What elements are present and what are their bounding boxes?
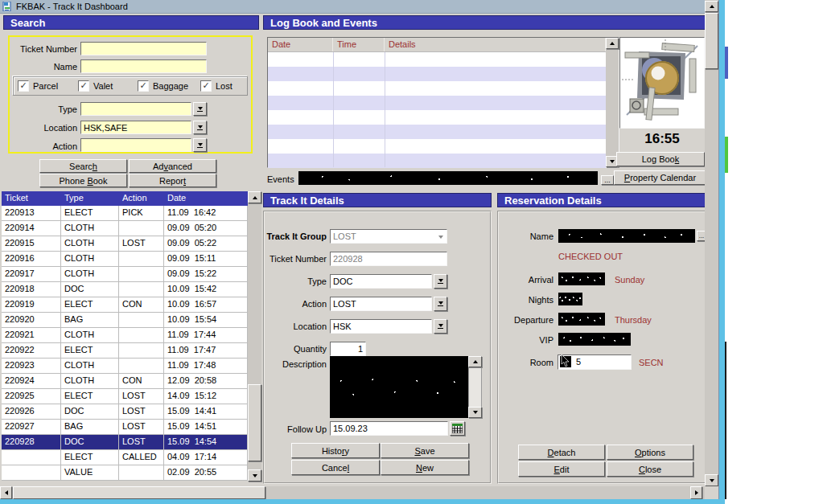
phone-book-button[interactable]: Phone Book: [39, 174, 127, 187]
trackit-type-input[interactable]: [330, 274, 432, 289]
dropdown-arrow-icon: [198, 125, 203, 129]
arrow-left-icon: [5, 490, 8, 495]
ticket-row[interactable]: 220920BAG10.09 15:54: [2, 313, 248, 328]
title-bar[interactable]: FKBAK - Track It Dashboard: [0, 0, 705, 14]
edit-button[interactable]: Edit: [518, 461, 605, 477]
search-panel-title: Search: [10, 17, 45, 29]
trackit-panel-header: Track It Details: [263, 193, 492, 207]
ticket-row[interactable]: 220926DOCLOST15.09 14:41: [2, 404, 248, 420]
ticket-row[interactable]: 220922ELECT11.09 17:47: [2, 343, 248, 359]
close-button[interactable]: Close: [607, 461, 693, 477]
checkbox-lost[interactable]: ✓ Lost: [200, 80, 232, 92]
trackit-location-dropdown-button[interactable]: [434, 319, 447, 334]
window-scroll-right-button[interactable]: [690, 486, 702, 499]
trackit-type-label: Type: [241, 277, 327, 286]
type-input[interactable]: [80, 102, 191, 116]
trackit-action-input[interactable]: [330, 297, 432, 311]
ticket-row[interactable]: 220921CLOTH11.09 17:44: [2, 328, 248, 343]
trackit-group-label: Track It Group: [241, 232, 327, 241]
events-more-button[interactable]: ...: [601, 175, 614, 185]
checkbox-parcel[interactable]: ✓ Parcel: [18, 80, 58, 92]
log-row: [268, 96, 606, 110]
report-button[interactable]: Report: [129, 174, 216, 187]
lost-check-icon: ✓: [200, 80, 212, 92]
ticket-row[interactable]: 220923CLOTH11.09 17:48: [2, 359, 248, 374]
logbook-scroll-up-button[interactable]: [606, 38, 619, 49]
results-scroll-down-button[interactable]: [248, 469, 261, 481]
log-col-details: Details: [385, 38, 606, 51]
name-input[interactable]: [80, 59, 207, 73]
checkbox-valet[interactable]: ✓ Valet: [78, 80, 113, 92]
ticket-row[interactable]: 220915CLOTHLOST09.09 05:22: [2, 236, 248, 252]
dropdown-arrow-icon: [438, 301, 443, 305]
window-scroll-left-button[interactable]: [0, 486, 12, 499]
search-panel-header: Search: [3, 15, 259, 30]
save-button[interactable]: Save: [381, 443, 469, 458]
cancel-button[interactable]: Cancel: [291, 460, 380, 475]
arrival-day: Sunday: [615, 275, 644, 285]
action-input[interactable]: [80, 138, 191, 152]
ticket-row[interactable]: 220918DOC10.09 15:42: [2, 282, 248, 297]
ticket-number-input[interactable]: [80, 42, 207, 55]
name-label: Name: [11, 62, 77, 72]
logbook-table-header: Date Time Details: [268, 38, 606, 52]
options-button[interactable]: Options: [607, 445, 693, 460]
history-button[interactable]: History: [291, 443, 380, 458]
results-scroll-up-button[interactable]: [248, 191, 261, 203]
ticket-row[interactable]: 220924CLOTHCON12.09 20:58: [2, 374, 248, 389]
search-button[interactable]: Search: [39, 159, 127, 173]
trackit-action-dropdown-button[interactable]: [434, 297, 447, 311]
results-scroll-thumb[interactable]: [248, 384, 261, 461]
description-scroll-up-button[interactable]: [468, 356, 482, 367]
trackit-quantity-input[interactable]: [330, 342, 366, 356]
log-book-button[interactable]: Log Book: [616, 152, 705, 166]
dropdown-bar-icon: [197, 111, 203, 112]
arrow-down-icon: [710, 479, 714, 482]
window-vertical-scrollbar[interactable]: [705, 0, 718, 499]
action-dropdown-button[interactable]: [193, 138, 207, 152]
scrollbar-corner: [705, 486, 718, 499]
follow-up-date-input[interactable]: [330, 421, 448, 436]
location-dropdown-button[interactable]: [193, 121, 207, 134]
ticket-row[interactable]: 220913ELECTPICK11.09 16:42: [2, 206, 248, 221]
new-button[interactable]: New: [381, 460, 469, 475]
log-column-divider: [385, 52, 385, 167]
ticket-number-label: Ticket Number: [11, 44, 77, 54]
window-hscroll-thumb[interactable]: [13, 486, 265, 499]
ticket-row[interactable]: ELECTCALLED04.09 17:14: [2, 450, 248, 465]
trackit-description-redacted[interactable]: [330, 356, 468, 418]
logbook-scrollbar[interactable]: [606, 38, 619, 167]
events-value-redacted[interactable]: [298, 171, 598, 185]
location-label: Location: [11, 123, 77, 133]
ticket-row[interactable]: 220917CLOTH09.09 15:22: [2, 267, 248, 282]
log-col-time: Time: [333, 38, 385, 51]
checkbox-baggage[interactable]: ✓ Baggage: [138, 80, 188, 92]
nights-value-redacted: [558, 293, 582, 305]
calendar-picker-button[interactable]: [450, 421, 465, 436]
guest-name-redacted[interactable]: [558, 229, 695, 243]
type-dropdown-button[interactable]: [193, 102, 207, 116]
ticket-row[interactable]: 220914CLOTH09.09 05:20: [2, 221, 248, 236]
detach-button[interactable]: Detach: [518, 445, 605, 460]
ticket-row-selected[interactable]: 220928DOCLOST15.09 14:54: [2, 435, 248, 450]
ticket-row[interactable]: 220925ELECTLOST14.09 15:12: [2, 389, 248, 404]
nights-label: Nights: [513, 295, 553, 305]
ticket-row[interactable]: 220919ELECTCON10.09 16:57: [2, 297, 248, 313]
advanced-button[interactable]: Advanced: [129, 159, 216, 173]
trackit-ticket-number-input: [330, 252, 447, 266]
property-calendar-button[interactable]: Property Calendar: [614, 170, 706, 185]
ticket-row[interactable]: VALUE02.09 20:55: [2, 465, 248, 481]
description-scroll-down-button[interactable]: [468, 407, 482, 418]
background-window-edge: [725, 342, 726, 499]
ticket-row[interactable]: 220916CLOTH09.09 15:11: [2, 252, 248, 267]
window-vscroll-thumb[interactable]: [705, 13, 718, 69]
dropdown-arrow-icon: [438, 236, 443, 239]
trackit-location-input[interactable]: [330, 319, 432, 334]
ticket-row[interactable]: 220927BAGLOST15.09 14:51: [2, 420, 248, 435]
valet-label: Valet: [93, 81, 113, 91]
trackit-type-dropdown-button[interactable]: [434, 274, 447, 289]
guest-name-label: Name: [513, 232, 553, 241]
window-scroll-up-button[interactable]: [705, 1, 718, 12]
location-input[interactable]: [80, 121, 191, 134]
window-scroll-down-button[interactable]: [705, 474, 718, 486]
